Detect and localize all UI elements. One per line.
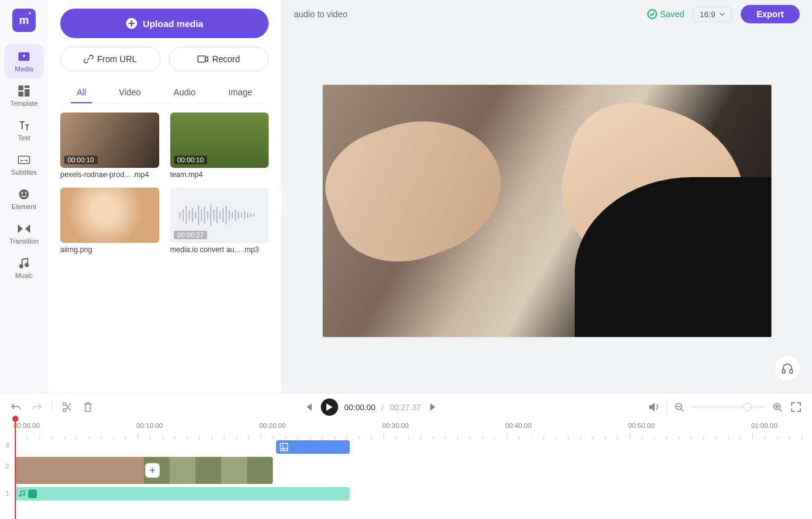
upload-media-button[interactable]: Upload media: [60, 9, 269, 38]
media-filename: media.io convert au... .mp3: [170, 245, 269, 254]
svg-rect-4: [25, 85, 30, 88]
music-icon: [18, 257, 30, 269]
project-title[interactable]: audio to video: [294, 9, 347, 19]
svg-rect-30: [226, 206, 227, 224]
from-url-button[interactable]: From URL: [60, 47, 160, 71]
headphones-icon: [781, 362, 794, 374]
play-button[interactable]: [321, 398, 338, 416]
media-filename: team.mp4: [170, 170, 269, 179]
svg-rect-14: [198, 56, 205, 62]
next-frame-button[interactable]: [427, 401, 440, 413]
media-item[interactable]: 00:00:10 pexels-rodnae-prod... .mp4: [60, 113, 159, 179]
nav-music[interactable]: Music: [4, 251, 44, 285]
transition-icon: [18, 223, 30, 235]
nav-text[interactable]: Text: [4, 113, 44, 148]
volume-button[interactable]: [648, 401, 660, 413]
svg-point-8: [19, 189, 29, 199]
total-time: 00:27.37: [390, 403, 421, 412]
timeline: 00:00.00 / 00:27.37 00:00.00 00:10.00 00…: [0, 393, 812, 519]
add-transition-button[interactable]: +: [145, 463, 160, 478]
nav-template[interactable]: Template: [4, 79, 44, 113]
video-clip[interactable]: +: [15, 457, 273, 484]
svg-rect-47: [280, 443, 288, 451]
preview-area: audio to video Saved 16:9 Export: [282, 0, 812, 393]
svg-rect-36: [244, 211, 245, 220]
nav-transition[interactable]: Transition: [4, 216, 44, 251]
nav-element[interactable]: Element: [4, 182, 44, 216]
nav-label: Element: [12, 203, 36, 210]
svg-rect-22: [201, 209, 202, 221]
media-duration: 00:00:27: [174, 231, 208, 239]
template-icon: [18, 85, 30, 97]
svg-rect-38: [250, 213, 251, 217]
svg-point-50: [23, 494, 25, 496]
export-button[interactable]: Export: [741, 5, 800, 23]
record-button[interactable]: Record: [169, 47, 269, 71]
svg-rect-18: [189, 210, 190, 220]
svg-point-10: [25, 192, 27, 194]
svg-rect-20: [195, 212, 196, 219]
tab-audio[interactable]: Audio: [167, 82, 202, 103]
aspect-ratio-select[interactable]: 16:9: [693, 7, 731, 22]
svg-rect-27: [216, 207, 218, 223]
fit-button[interactable]: [790, 401, 802, 413]
support-button[interactable]: [774, 355, 801, 382]
app-logo[interactable]: m: [12, 9, 36, 32]
image-clip[interactable]: [276, 440, 350, 454]
svg-rect-23: [204, 207, 205, 224]
tab-all[interactable]: All: [71, 82, 93, 103]
svg-point-9: [22, 192, 23, 194]
prev-frame-button[interactable]: [302, 401, 315, 413]
preview-frame[interactable]: [323, 85, 771, 337]
media-item[interactable]: aiimg.png: [60, 188, 159, 254]
svg-rect-21: [198, 205, 199, 225]
redo-button[interactable]: [31, 401, 43, 413]
svg-rect-35: [241, 213, 242, 218]
svg-rect-24: [207, 211, 208, 220]
nav-label: Music: [15, 272, 33, 279]
audio-clip[interactable]: [15, 487, 350, 501]
svg-rect-28: [219, 212, 221, 219]
media-filename: aiimg.png: [60, 245, 159, 254]
svg-rect-2: [23, 55, 25, 57]
folder-plus-icon: [18, 50, 30, 63]
top-bar: audio to video Saved 16:9 Export: [282, 0, 812, 28]
undo-button[interactable]: [10, 401, 22, 413]
zoom-slider[interactable]: [692, 406, 765, 408]
timeline-tracks: 3 2 + 1: [0, 439, 812, 503]
split-button[interactable]: [61, 401, 73, 413]
track-row[interactable]: 2 +: [15, 456, 812, 485]
music-note-icon: [18, 490, 26, 497]
delete-button[interactable]: [82, 401, 94, 413]
timeline-ruler[interactable]: 00:00.00 00:10.00 00:20.00 00:30.00 00:4…: [0, 421, 812, 439]
svg-rect-5: [25, 89, 30, 97]
track-row[interactable]: 1: [15, 486, 812, 502]
media-item[interactable]: 00:00:27 media.io convert au... .mp3: [170, 188, 269, 254]
tab-image[interactable]: Image: [222, 82, 258, 103]
tab-video[interactable]: Video: [112, 82, 147, 103]
plus-circle-icon: [125, 17, 138, 30]
zoom-in-button[interactable]: [771, 401, 784, 413]
element-icon: [18, 188, 30, 200]
svg-rect-25: [210, 205, 211, 226]
nav-subtitles[interactable]: Subtitles: [4, 148, 44, 182]
media-filename: pexels-rodnae-prod... .mp4: [60, 170, 159, 179]
track-row[interactable]: 3: [15, 439, 812, 455]
chevron-down-icon: [719, 12, 725, 16]
media-item[interactable]: 00:00:10 team.mp4: [170, 113, 269, 179]
svg-rect-34: [238, 212, 239, 219]
subtitles-icon: [18, 154, 30, 166]
svg-rect-33: [235, 210, 236, 221]
media-panel: Upload media From URL Record All Video A…: [48, 0, 282, 393]
zoom-out-button[interactable]: [673, 401, 685, 413]
nav-media[interactable]: Media: [4, 44, 44, 79]
playhead-needle[interactable]: [15, 419, 16, 519]
waveform-icon: [179, 203, 259, 228]
nav-label: Subtitles: [11, 168, 37, 176]
left-nav: m Media Template Text Subtitles Element: [0, 0, 48, 393]
nav-label: Transition: [9, 237, 39, 245]
svg-rect-3: [18, 85, 23, 90]
svg-rect-32: [232, 212, 233, 218]
image-icon: [280, 443, 288, 451]
media-duration: 00:00:10: [64, 156, 98, 164]
